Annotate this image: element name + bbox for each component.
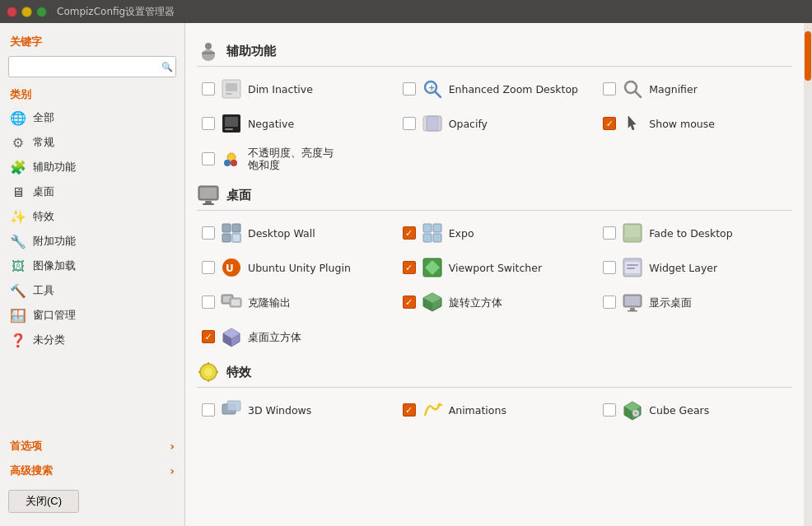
sidebar-item-desktop[interactable]: 🖥 桌面	[0, 179, 184, 204]
plugin-desktop-cube[interactable]: 桌面立方体	[197, 321, 391, 352]
plugin-expo-checkbox[interactable]	[403, 226, 416, 240]
plugin-viewport-switcher-checkbox[interactable]	[403, 261, 416, 274]
sidebar-item-general[interactable]: ⚙ 常规	[0, 130, 184, 155]
sidebar-item-images[interactable]: 🖼 图像加载	[0, 254, 184, 278]
svg-point-17	[224, 160, 231, 166]
plugin-magnifier[interactable]: Magnifier	[598, 73, 792, 105]
plugin-fade-to-desktop[interactable]: Fade to Desktop	[598, 217, 792, 249]
plugin-3d-windows[interactable]: 3D Windows	[197, 394, 391, 426]
plugin-show-mouse-name: Show mouse	[649, 118, 715, 130]
plugin-clone-output[interactable]: 克隆输出	[197, 286, 391, 318]
plugin-3d-windows-checkbox[interactable]	[202, 403, 215, 417]
window-controls[interactable]	[7, 7, 47, 17]
accessibility-section-name: 辅助功能	[226, 44, 276, 59]
plugin-negative-checkbox[interactable]	[202, 117, 215, 130]
search-input[interactable]	[8, 56, 176, 77]
close-window-button[interactable]	[7, 7, 17, 17]
plugin-rotate-cube-checkbox[interactable]	[403, 296, 416, 309]
plugin-animations[interactable]: Animations	[398, 394, 592, 426]
advanced-search-expandable[interactable]: 高级搜索 ›	[0, 459, 184, 483]
plugin-rotate-cube-name: 旋转立方体	[449, 296, 502, 309]
plugin-expo[interactable]: Expo	[398, 217, 592, 249]
scrollbar-thumb[interactable]	[805, 31, 811, 81]
plugin-show-mouse[interactable]: Show mouse	[598, 108, 792, 139]
plugin-widget-layer-checkbox[interactable]	[603, 261, 616, 274]
sidebar-item-accessibility-label: 辅助功能	[33, 160, 76, 175]
main-container: 关键字 🔍 类别 🌐 全部 ⚙ 常规 🧩 辅助功能 🖥 桌面 ✨ 特效 🔧 附加	[0, 23, 812, 526]
window-icon: 🪟	[10, 307, 26, 324]
plugin-desktop-cube-checkbox[interactable]	[202, 330, 215, 343]
sidebar-item-window-mgmt[interactable]: 🪟 窗口管理	[0, 303, 184, 328]
advanced-label: 高级搜索	[10, 463, 53, 478]
expo-icon	[421, 221, 444, 244]
sidebar-item-uncategorized[interactable]: ❓ 未分类	[0, 328, 184, 352]
enhanced-zoom-icon: +	[421, 77, 444, 100]
content-area: 辅助功能 Dim Inactive	[185, 23, 804, 526]
fade-to-desktop-icon	[621, 221, 644, 244]
sidebar-item-effects[interactable]: ✨ 特效	[0, 204, 184, 229]
sidebar-item-accessibility[interactable]: 🧩 辅助功能	[0, 155, 184, 179]
plugin-ubuntu-unity[interactable]: U Ubuntu Unity Plugin	[197, 252, 391, 283]
effects-icon: ✨	[10, 208, 26, 225]
plugin-opacity-brightness[interactable]: 不透明度、亮度与 饱和度	[197, 142, 391, 175]
plugin-desktop-wall-checkbox[interactable]	[202, 226, 215, 240]
maximize-window-button[interactable]	[36, 7, 47, 17]
plugin-enhanced-zoom[interactable]: + Enhanced Zoom Desktop	[398, 73, 592, 105]
scrollbar-track[interactable]	[804, 23, 812, 526]
plugin-clone-output-checkbox[interactable]	[202, 296, 215, 309]
plugin-opacify[interactable]: Opacify	[398, 108, 592, 139]
misc-icon: ❓	[10, 332, 26, 348]
plugin-opacify-checkbox[interactable]	[403, 117, 416, 130]
plugin-widget-layer[interactable]: Widget Layer	[598, 252, 792, 283]
ubuntu-unity-icon: U	[220, 256, 243, 279]
svg-line-7	[435, 91, 441, 97]
plugin-opacity-brightness-checkbox[interactable]	[202, 152, 215, 165]
prefs-expandable[interactable]: 首选项 ›	[0, 434, 184, 459]
plugin-rotate-cube[interactable]: 旋转立方体	[398, 286, 592, 318]
svg-rect-24	[232, 224, 240, 232]
plugin-show-desktop-checkbox[interactable]	[603, 296, 616, 309]
plugin-negative[interactable]: Negative	[197, 108, 391, 139]
advanced-arrow-icon: ›	[170, 464, 175, 477]
desktop-plugins-grid: Desktop Wall Expo	[197, 217, 792, 352]
3d-windows-icon	[220, 398, 243, 421]
magnifier-icon	[621, 77, 644, 100]
globe-icon: 🌐	[10, 109, 26, 126]
svg-rect-13	[225, 128, 233, 130]
plugin-expo-name: Expo	[449, 227, 474, 240]
plugin-show-mouse-checkbox[interactable]	[603, 117, 616, 130]
svg-rect-15	[427, 116, 441, 131]
tools-icon: 🔨	[10, 282, 26, 299]
plugin-dim-inactive-checkbox[interactable]	[202, 82, 215, 95]
sidebar-item-extras[interactable]: 🔧 附加功能	[0, 229, 184, 254]
plugin-fade-to-desktop-checkbox[interactable]	[603, 226, 616, 240]
plugin-desktop-wall[interactable]: Desktop Wall	[197, 217, 391, 249]
svg-rect-27	[423, 224, 432, 232]
plugin-cube-gears-checkbox[interactable]	[603, 403, 616, 417]
plugin-enhanced-zoom-checkbox[interactable]	[403, 82, 416, 95]
plugin-animations-name: Animations	[449, 404, 506, 417]
search-icon: 🔍	[161, 62, 173, 72]
svg-rect-50	[630, 308, 635, 310]
plugin-ubuntu-unity-name: Ubuntu Unity Plugin	[248, 262, 351, 274]
sidebar-item-all[interactable]: 🌐 全部	[0, 105, 184, 130]
svg-point-68	[634, 412, 637, 415]
prefs-label: 首选项	[10, 439, 42, 454]
plugin-viewport-switcher[interactable]: Viewport Switcher	[398, 252, 592, 283]
svg-rect-44	[231, 300, 240, 305]
plugin-dim-inactive[interactable]: Dim Inactive	[197, 73, 391, 105]
plugin-animations-checkbox[interactable]	[403, 403, 416, 417]
svg-marker-63	[436, 403, 443, 406]
plugin-ubuntu-unity-checkbox[interactable]	[202, 261, 215, 274]
plugin-show-desktop[interactable]: 显示桌面	[598, 286, 792, 318]
plugin-opacify-name: Opacify	[449, 118, 488, 130]
sidebar-item-images-label: 图像加载	[33, 258, 76, 273]
sidebar-item-extras-label: 附加功能	[33, 234, 76, 249]
sidebar-item-tools[interactable]: 🔨 工具	[0, 278, 184, 303]
minimize-window-button[interactable]	[21, 7, 32, 17]
accessibility-icon: 🧩	[10, 159, 26, 175]
plugin-magnifier-checkbox[interactable]	[603, 82, 616, 95]
close-button[interactable]: 关闭(C)	[8, 490, 79, 513]
plugin-cube-gears[interactable]: Cube Gears	[598, 394, 792, 426]
accessibility-section-icon	[197, 40, 220, 63]
